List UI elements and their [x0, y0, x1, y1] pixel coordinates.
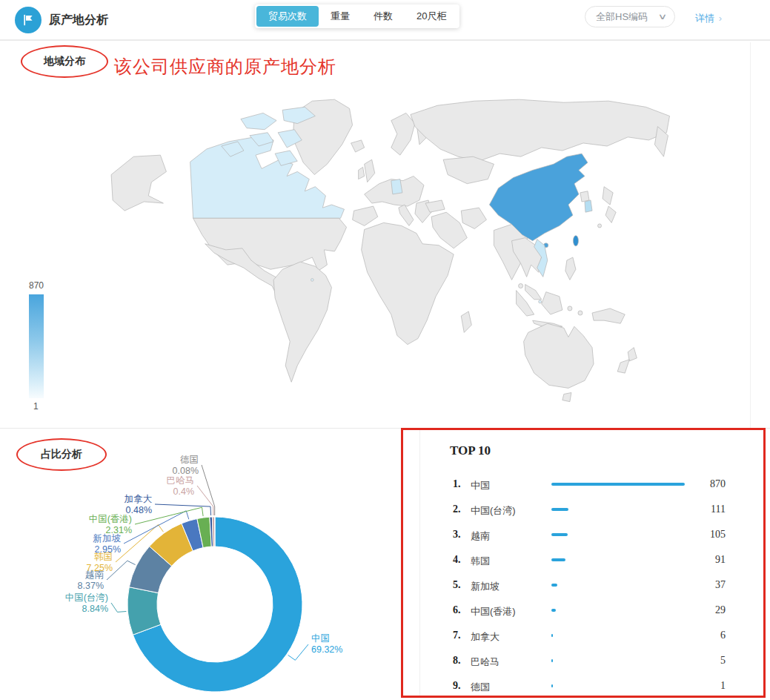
top10-row[interactable]: 4.韩国91 — [420, 547, 766, 572]
country-name: 新加坡 — [471, 580, 499, 593]
value-bar — [551, 634, 553, 637]
map-region-germany[interactable] — [391, 179, 402, 194]
tab-teu[interactable]: 20尺柜 — [405, 6, 458, 27]
pie-label-name: 中国 — [311, 633, 342, 644]
pie-label: 中国69.32% — [311, 633, 342, 656]
country-name: 中国(台湾) — [471, 504, 516, 518]
header: 原产地分析 贸易次数重量件数20尺柜 全部HS编码 ∨ 详情 › — [0, 0, 770, 40]
value-bar — [551, 558, 565, 561]
top10-row[interactable]: 6.中国(香港)29 — [420, 598, 766, 623]
donut-svg — [0, 428, 401, 700]
rank-label: 9. — [453, 680, 461, 692]
origin-analysis-page: 原产地分析 贸易次数重量件数20尺柜 全部HS编码 ∨ 详情 › 地域分布 该公… — [0, 0, 770, 700]
world-map-land — [111, 99, 669, 401]
pie-label: 巴哈马0.4% — [167, 475, 195, 498]
value-bar — [551, 609, 556, 612]
value-label: 1 — [720, 680, 726, 692]
page-title: 原产地分析 — [49, 13, 108, 28]
value-bar — [551, 533, 568, 536]
chevron-down-icon: ∨ — [658, 12, 668, 22]
pie-label-pct: 0.08% — [173, 466, 199, 477]
country-name: 中国 — [471, 479, 490, 492]
rank-label: 2. — [453, 503, 461, 515]
rank-label: 1. — [453, 478, 461, 490]
map-region-taiwan[interactable] — [573, 236, 578, 246]
country-name: 中国(香港) — [471, 605, 516, 618]
pie-label-line — [111, 603, 126, 612]
pie-label: 加拿大0.48% — [125, 494, 153, 516]
pie-label-pct: 8.84% — [65, 604, 108, 615]
scale-min-label: 1 — [33, 401, 58, 412]
top10-row[interactable]: 3.越南105 — [420, 522, 766, 547]
value-bar — [551, 584, 557, 587]
region-distribution-badge: 地域分布 — [21, 45, 108, 78]
top10-row[interactable]: 9.德国1 — [420, 673, 766, 699]
scale-max-label: 870 — [29, 280, 58, 291]
country-name: 加拿大 — [471, 630, 499, 644]
pie-label-pct: 7.25% — [87, 563, 113, 574]
tab-weight[interactable]: 重量 — [319, 6, 362, 27]
value-label: 91 — [715, 554, 726, 566]
world-map-svg — [95, 90, 750, 421]
flag-icon — [21, 13, 36, 27]
rank-label: 6. — [453, 604, 461, 616]
world-map-chart[interactable] — [95, 90, 750, 421]
value-label: 870 — [710, 478, 726, 490]
tab-piece-count[interactable]: 件数 — [362, 6, 405, 27]
value-label: 105 — [710, 529, 726, 541]
pie-label-line — [202, 465, 215, 515]
value-bar — [551, 684, 553, 687]
metric-tab-bar: 贸易次数重量件数20尺柜 — [255, 4, 459, 28]
chevron-right-icon: › — [719, 13, 722, 24]
pie-label: 新加坡2.95% — [93, 533, 122, 555]
detail-link[interactable]: 详情 › — [695, 12, 722, 25]
donut-chart[interactable]: 中国69.32%中国(台湾)8.84%越南8.37%韩国7.25%新加坡2.95… — [0, 428, 401, 700]
pie-label-pct: 0.4% — [167, 486, 195, 498]
value-label: 29 — [715, 604, 726, 616]
pie-label-name: 巴哈马 — [167, 475, 195, 486]
pie-label-pct: 2.31% — [89, 525, 132, 536]
top10-panel: TOP 10 1.中国8702.中国(台湾)1113.越南1054.韩国915.… — [419, 429, 765, 698]
country-name: 越南 — [471, 529, 490, 543]
pie-label: 中国(台湾)8.84% — [65, 592, 108, 615]
rank-label: 3. — [453, 529, 461, 541]
value-label: 37 — [715, 579, 726, 591]
value-bar — [551, 659, 553, 662]
map-region-bahamas[interactable] — [311, 279, 314, 282]
pie-label-pct: 2.95% — [93, 544, 122, 555]
country-name: 巴哈马 — [471, 656, 499, 669]
map-color-scale: 870 1 — [28, 280, 58, 412]
rank-label: 4. — [453, 554, 461, 566]
country-name: 韩国 — [471, 555, 490, 568]
pie-label-name: 加拿大 — [125, 494, 153, 505]
value-label: 6 — [720, 630, 726, 641]
rank-label: 5. — [453, 579, 461, 591]
top10-row[interactable]: 8.巴哈马5 — [420, 648, 766, 673]
value-label: 111 — [711, 503, 726, 515]
pie-label-pct: 8.37% — [78, 581, 104, 592]
app-logo — [15, 7, 42, 33]
value-label: 5 — [720, 655, 726, 667]
red-annotation-text: 该公司供应商的原产地分析 — [114, 55, 336, 79]
top10-row[interactable]: 1.中国870 — [420, 472, 766, 497]
pie-label-name: 德国 — [173, 455, 199, 466]
top10-row[interactable]: 2.中国(台湾)111 — [420, 497, 766, 522]
scale-gradient-bar — [29, 294, 44, 398]
pie-label: 德国0.08% — [173, 455, 199, 477]
map-region-south-korea[interactable] — [585, 200, 592, 212]
rank-label: 7. — [453, 630, 461, 641]
top10-row[interactable]: 7.加拿大6 — [420, 623, 766, 648]
map-region-singapore[interactable] — [539, 300, 542, 303]
rank-label: 8. — [453, 655, 461, 667]
top10-title: TOP 10 — [450, 443, 491, 458]
pie-slice[interactable] — [214, 517, 215, 547]
pie-label-name: 中国(台湾) — [65, 592, 108, 604]
hs-code-select[interactable]: 全部HS编码 ∨ — [585, 6, 675, 27]
map-card-right-edge — [750, 42, 751, 428]
pie-label-pct: 69.32% — [311, 644, 342, 656]
hs-code-selected-value: 全部HS编码 — [596, 10, 660, 24]
top10-row[interactable]: 5.新加坡37 — [420, 572, 766, 598]
value-bar — [551, 508, 568, 511]
tab-trade-count[interactable]: 贸易次数 — [256, 6, 319, 27]
pie-label-pct: 0.48% — [125, 505, 153, 516]
